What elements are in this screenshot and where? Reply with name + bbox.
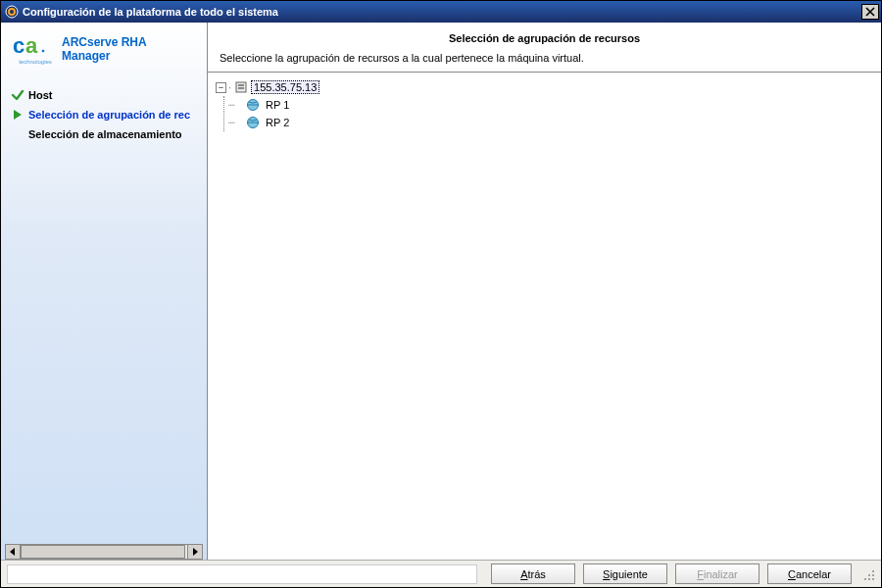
finish-button: Finalizar [675, 564, 760, 584]
svg-text:c: c [13, 33, 24, 58]
ca-logo: c a technologies [13, 32, 58, 66]
wizard-steps: Host Selección de agrupación de rec Sele… [1, 85, 207, 144]
step-label: Selección de almacenamiento [28, 128, 182, 140]
brand: c a technologies ARCserve RHA Manager [1, 23, 207, 74]
svg-point-12 [872, 570, 874, 572]
expander-toggle[interactable]: − [216, 82, 226, 93]
page-subtitle: Seleccione la agrupación de recursos a l… [220, 52, 869, 64]
svg-marker-4 [14, 110, 22, 120]
tree-node-label[interactable]: RP 1 [264, 99, 291, 111]
scroll-track[interactable] [21, 544, 187, 560]
tree-children: ┈ RP 1 ┈ RP 2 [223, 96, 873, 131]
tree-node-label[interactable]: RP 2 [264, 117, 291, 128]
titlebar: Configuración de la plataforma de todo e… [1, 1, 881, 23]
play-icon [11, 108, 24, 122]
svg-marker-5 [10, 548, 15, 556]
app-icon [5, 5, 19, 19]
tree-node-host[interactable]: − · 155.35.75.13 [216, 78, 873, 96]
step-label: Selección de agrupación de rec [28, 109, 190, 121]
brand-line1: ARCserve RHA [62, 35, 147, 49]
svg-rect-8 [238, 84, 244, 86]
page-title: Selección de agrupación de recursos [220, 32, 869, 44]
svg-point-13 [872, 574, 874, 576]
wizard-window: Configuración de la plataforma de todo e… [0, 0, 882, 588]
svg-text:a: a [25, 33, 38, 58]
svg-point-0 [6, 6, 18, 18]
window-title: Configuración de la plataforma de todo e… [23, 6, 861, 18]
tree-node-rp[interactable]: ┈ RP 2 [228, 114, 873, 131]
scroll-right-button[interactable] [187, 544, 203, 560]
footer: Atrás Siguiente Finalizar Cancelar [1, 560, 881, 587]
svg-point-15 [872, 578, 874, 580]
sidebar: c a technologies ARCserve RHA Manager [1, 23, 207, 560]
cancel-button[interactable]: Cancelar [767, 564, 852, 584]
step-host[interactable]: Host [1, 85, 207, 105]
resourcepool-icon [246, 116, 260, 129]
host-icon [234, 80, 248, 94]
tree-node-label[interactable]: 155.35.75.13 [251, 80, 319, 94]
sidebar-hscrollbar[interactable] [5, 544, 203, 560]
svg-point-16 [868, 578, 870, 580]
resource-pool-tree[interactable]: − · 155.35.75.13 ┈ RP 1 [208, 73, 881, 560]
close-button[interactable] [861, 4, 879, 20]
step-label: Host [28, 89, 52, 101]
brand-line2: Manager [62, 49, 147, 63]
logo-subtext: technologies [19, 59, 52, 65]
status-bar [7, 564, 477, 584]
blank-icon [11, 127, 24, 141]
main-header: Selección de agrupación de recursos Sele… [208, 23, 881, 73]
next-button[interactable]: Siguiente [583, 564, 667, 584]
svg-marker-6 [193, 548, 198, 556]
svg-point-14 [868, 574, 870, 576]
scroll-thumb[interactable] [21, 545, 185, 559]
tree-root: − · 155.35.75.13 ┈ RP 1 [216, 78, 873, 131]
step-storage[interactable]: Selección de almacenamiento [1, 124, 207, 144]
resize-grip[interactable] [861, 567, 875, 581]
tree-node-rp[interactable]: ┈ RP 1 [228, 96, 873, 114]
main-panel: Selección de agrupación de recursos Sele… [207, 23, 881, 560]
svg-rect-9 [238, 87, 244, 89]
brand-text: ARCserve RHA Manager [62, 35, 147, 63]
step-resource-pool[interactable]: Selección de agrupación de rec [1, 105, 207, 124]
svg-point-17 [864, 578, 866, 580]
check-icon [11, 88, 24, 102]
resourcepool-icon [246, 98, 260, 112]
body: c a technologies ARCserve RHA Manager [1, 23, 881, 560]
svg-point-3 [42, 50, 45, 53]
scroll-left-button[interactable] [5, 544, 21, 560]
back-button[interactable]: Atrás [491, 564, 575, 584]
